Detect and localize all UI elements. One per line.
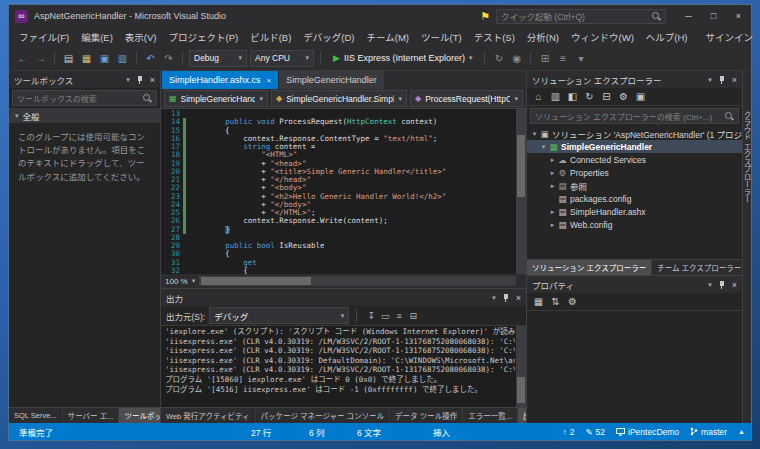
tree-item[interactable]: ▸▤SimpleHandler.ashx — [527, 205, 742, 218]
toolbox-tab-2[interactable]: ツールボッ... — [119, 408, 160, 423]
home-icon[interactable]: ⌂ — [531, 91, 546, 102]
tree-expander-icon[interactable]: ▸ — [548, 221, 557, 229]
incoming-commits-button[interactable]: ↑ 2 — [562, 427, 574, 437]
chevron-down-icon[interactable]: ▾ — [126, 76, 130, 84]
tree-expander-icon[interactable]: ▸ — [548, 182, 557, 190]
tree-item[interactable]: ▸⚙Properties — [527, 166, 742, 179]
output-vertical-scrollbar[interactable] — [516, 326, 526, 407]
menu-item[interactable]: ウィンドウ(W) — [565, 27, 640, 46]
close-button[interactable]: × — [726, 5, 751, 27]
menu-item[interactable]: ビルド(B) — [244, 27, 297, 46]
properties-header[interactable]: プロパティ ▾ × — [527, 276, 742, 293]
tree-item[interactable]: ▸☁Connected Services — [527, 153, 742, 166]
output-tab-2[interactable]: データ ツール操作 — [390, 408, 463, 423]
output-content[interactable]: 'iexplore.exe' (スクリプト): 'スクリプト コード (Wind… — [161, 326, 526, 407]
tab-close-icon[interactable]: × — [267, 76, 272, 85]
minimize-button[interactable]: ─ — [676, 5, 701, 27]
scrollbar-thumb[interactable] — [517, 135, 525, 197]
se-tab-1[interactable]: チーム エクスプローラー — [652, 260, 742, 275]
output-tab-3[interactable]: エラー一覧... — [463, 408, 518, 423]
toolbox-tab-1[interactable]: サーバー エ... — [63, 408, 120, 423]
close-icon[interactable]: × — [150, 75, 155, 85]
autohide-tab-cloud-explorer[interactable]: クラウド エクスプローラー — [744, 111, 752, 221]
tree-expander-icon[interactable]: ▸ — [548, 156, 557, 164]
tree-item[interactable]: ▾▦SimpleGenericHandler — [527, 140, 742, 153]
toolbar-overflow-icon[interactable]: ▾ — [573, 53, 588, 64]
toolbox-group-general[interactable]: ▾ 全般 — [9, 108, 160, 123]
menu-item[interactable]: ツール(T) — [415, 27, 468, 46]
navbar-type-dropdown[interactable]: ◆ SimpleGenericHandler.Simpl ▾ — [271, 90, 407, 107]
code-editor[interactable]: 1314 public void ProcessRequest(HttpCont… — [161, 109, 526, 274]
quick-launch-input[interactable]: クイック起動 (Ctrl+Q) — [496, 9, 666, 24]
categorized-icon[interactable]: ▦ — [531, 296, 546, 307]
tree-item[interactable]: ▸▤参照 — [527, 179, 742, 192]
toolbox-header[interactable]: ツールボックス ▾ × — [9, 71, 160, 88]
close-icon[interactable]: × — [732, 75, 737, 85]
notifications-flag-icon[interactable]: ⚑ — [480, 10, 490, 23]
tree-item[interactable]: ▾▣ソリューション 'AspNetGenericHandler' (1 プロジェ… — [527, 127, 742, 140]
outline-icon[interactable]: ≡ — [555, 53, 570, 64]
publish-caret-icon[interactable]: ▲ — [738, 428, 745, 435]
switch-views-icon[interactable]: ▥ — [548, 91, 563, 102]
undo-icon[interactable]: ↶ — [143, 53, 158, 64]
zoom-dropdown[interactable]: 100 % ▾ — [161, 275, 199, 287]
menu-item[interactable]: ファイル(F) — [13, 27, 75, 46]
close-icon[interactable]: × — [516, 293, 521, 303]
redo-icon[interactable]: ↷ — [161, 53, 176, 64]
repository-button[interactable]: iPentecDemo — [616, 427, 679, 437]
properties-icon[interactable]: ⚙ — [616, 91, 631, 102]
debug-history-icon[interactable]: ↻ — [491, 53, 506, 64]
branch-button[interactable]: master — [690, 427, 727, 437]
output-tab-4[interactable]: 出力 — [518, 408, 526, 423]
nav-back-icon[interactable]: ← — [15, 53, 30, 64]
tree-expander-icon[interactable]: ▾ — [539, 143, 548, 151]
chevron-down-icon[interactable]: ▾ — [708, 76, 712, 84]
tree-expander-icon[interactable]: ▸ — [548, 169, 557, 177]
find-in-files-icon[interactable]: ⊞ — [537, 53, 552, 64]
tree-item[interactable]: ▤packages.config — [527, 192, 742, 205]
refresh-icon[interactable]: ↻ — [582, 91, 597, 102]
solution-config-dropdown[interactable]: Debug ▾ — [189, 50, 247, 67]
pending-changes-icon[interactable]: ◧ — [565, 91, 580, 102]
start-debugging-button[interactable]: ▶ IIS Express (Internet Explorer) ▾ — [327, 49, 478, 67]
property-pages-icon[interactable]: ⚙ — [565, 296, 580, 307]
collapse-all-icon[interactable]: ⊟ — [599, 91, 614, 102]
se-tab-0[interactable]: ソリューション エクスプローラー — [527, 260, 652, 275]
output-tab-0[interactable]: Web 発行アクティビティ — [161, 408, 256, 423]
word-wrap-icon[interactable]: ≡ — [392, 311, 406, 321]
solution-explorer-search-input[interactable]: ソリューション エクスプローラーの検索 (Ctrl+...) — [530, 108, 739, 124]
maximize-button[interactable]: □ — [701, 5, 726, 27]
pin-icon[interactable] — [718, 75, 726, 85]
menu-item[interactable]: テスト(S) — [468, 27, 521, 46]
alphabetical-icon[interactable]: ⇅ — [548, 296, 563, 307]
editor-tab[interactable]: SimpleGenericHandler — [279, 71, 384, 89]
open-file-icon[interactable]: ▦ — [79, 53, 94, 64]
menu-item[interactable]: デバッグ(D) — [297, 27, 360, 46]
breakpoint-icon[interactable]: ◉ — [509, 53, 524, 64]
tree-item[interactable]: ▸▤Web.config — [527, 218, 742, 231]
preview-selected-icon[interactable]: ▣ — [633, 91, 648, 102]
menu-item[interactable]: プロジェクト(P) — [162, 27, 244, 46]
navbar-member-dropdown[interactable]: ◆ ProcessRequest(HttpContext ... ▾ — [410, 90, 523, 107]
editor-horizontal-scrollbar[interactable] — [199, 276, 516, 286]
pin-icon[interactable] — [502, 293, 510, 303]
tree-expander-icon[interactable]: ▾ — [530, 130, 539, 138]
output-header[interactable]: 出力 ▾ × — [161, 289, 526, 306]
editor-vertical-scrollbar[interactable] — [516, 109, 526, 274]
tree-expander-icon[interactable]: ▸ — [548, 208, 557, 216]
output-tab-1[interactable]: パッケージ マネージャー コンソール — [256, 408, 391, 423]
navbar-project-dropdown[interactable]: ▦ SimpleGenericHandler ▾ — [164, 90, 268, 107]
menu-item[interactable]: チーム(M) — [361, 27, 415, 46]
save-all-icon[interactable]: ▥ — [115, 53, 130, 64]
goto-message-icon[interactable]: ↧ — [364, 311, 378, 321]
pin-icon[interactable] — [136, 75, 144, 85]
toolbox-tab-0[interactable]: SQL Serve... — [9, 408, 63, 423]
editor-tab[interactable]: SimpleHandler.ashx.cs× — [162, 71, 278, 89]
clear-all-icon[interactable]: ▭ — [378, 311, 392, 321]
pending-edits-button[interactable]: ✎ 52 — [585, 427, 605, 437]
toolbox-search-input[interactable]: ツールボックスの検索 — [12, 90, 157, 106]
chevron-down-icon[interactable]: ▾ — [492, 294, 496, 302]
pin-icon[interactable] — [718, 280, 726, 290]
save-icon[interactable]: ▣ — [97, 53, 112, 64]
menu-item[interactable]: 編集(E) — [75, 27, 119, 46]
